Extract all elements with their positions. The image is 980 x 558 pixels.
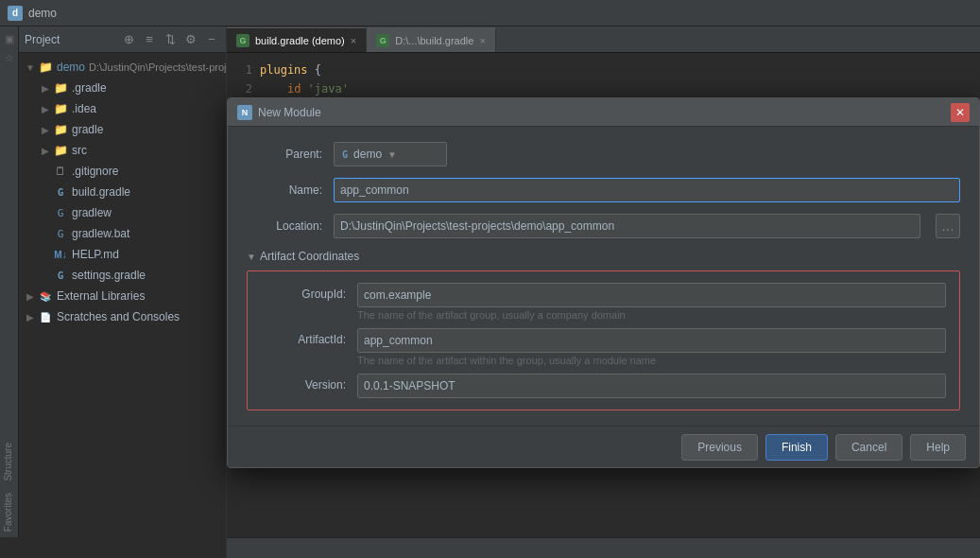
file-icon-gradlew: G	[53, 205, 68, 220]
favorites-label[interactable]: Favorites	[0, 487, 16, 537]
parent-dropdown-wrapper: G demo ▼	[334, 142, 960, 166]
structure-label[interactable]: Structure	[0, 437, 16, 487]
previous-button[interactable]: Previous	[681, 434, 758, 461]
location-input[interactable]	[334, 214, 920, 238]
tree-item-gitignore[interactable]: ▶ 🗒 .gitignore	[19, 161, 226, 182]
dialog-title-icon: N	[237, 105, 252, 120]
tree-label-gradlew-bat: gradlew.bat	[72, 227, 129, 240]
artifact-id-hint: The name of the artifact within the grou…	[357, 355, 946, 366]
tree-arrow-gradle-hidden: ▶	[38, 80, 53, 96]
artifact-id-input[interactable]	[357, 328, 946, 353]
tree-label-settings-gradle: settings.gradle	[72, 269, 146, 282]
project-tree: ▼ 📁 demo D:\JustinQin\Projects\test-proj…	[19, 53, 226, 558]
name-row: Name:	[247, 178, 960, 202]
tree-item-external-libs[interactable]: ▶ 📚 External Libraries	[19, 286, 226, 306]
name-input[interactable]	[334, 178, 960, 202]
tree-arrow-scratches: ▶	[23, 309, 38, 324]
artifact-section-header: ▼ Artifact Coordinates	[247, 250, 960, 263]
group-id-row: GroupId: The name of the artifact group,…	[261, 283, 946, 321]
tree-item-build-gradle[interactable]: ▶ G build.gradle	[19, 182, 226, 202]
bottom-side-labels: Structure Favorites	[0, 437, 16, 537]
tree-item-idea[interactable]: ▶ 📁 .idea	[19, 98, 226, 119]
title-bar: d demo	[0, 0, 980, 26]
dropdown-arrow-icon: ▼	[387, 149, 397, 160]
window-title: demo	[28, 7, 57, 20]
artifact-id-input-wrap: The name of the artifact within the grou…	[357, 328, 946, 366]
tree-label-gitignore: .gitignore	[72, 165, 118, 178]
tree-label-gradle-hidden: .gradle	[72, 81, 107, 95]
artifact-coordinates-box: GroupId: The name of the artifact group,…	[247, 270, 960, 410]
artifact-coordinates-section: ▼ Artifact Coordinates GroupId: The name…	[247, 250, 960, 410]
dialog-titlebar: N New Module ✕	[228, 98, 979, 127]
tree-arrow-src: ▶	[38, 143, 53, 158]
parent-dropdown-icon: G	[342, 149, 348, 160]
parent-row: Parent: G demo ▼	[247, 142, 960, 166]
file-icon-help-md: M↓	[53, 247, 68, 262]
browse-button[interactable]: …	[936, 214, 960, 238]
artifact-section-title: Artifact Coordinates	[260, 250, 359, 263]
tree-label-gradlew: gradlew	[72, 206, 112, 219]
artifact-id-row: ArtifactId: The name of the artifact wit…	[261, 328, 946, 366]
tree-item-src[interactable]: ▶ 📁 src	[19, 140, 226, 161]
tree-item-gradle[interactable]: ▶ 📁 gradle	[19, 119, 226, 140]
folder-icon-gradle: 📁	[53, 122, 68, 137]
cancel-button[interactable]: Cancel	[835, 434, 903, 461]
tree-root-demo[interactable]: ▼ 📁 demo D:\JustinQin\Projects\test-proj…	[19, 57, 226, 78]
tree-path-demo: D:\JustinQin\Projects\test-projects\demo	[89, 61, 226, 73]
tree-arrow-external-libs: ▶	[23, 288, 38, 304]
app-icon: d	[8, 6, 23, 21]
gradle-icon-settings: G	[53, 268, 68, 283]
project-panel: Project ⊕ ≡ ⇅ ⚙ − ▼ 📁 demo D:\JustinQin\…	[19, 26, 227, 558]
parent-label: Parent:	[247, 148, 322, 161]
tree-label-idea: .idea	[72, 102, 96, 115]
version-input[interactable]	[357, 374, 946, 398]
folder-icon-src: 📁	[53, 143, 68, 158]
group-id-input[interactable]	[357, 283, 946, 307]
content-area: G build.gradle (demo) × G D:\...\build.g…	[227, 26, 980, 558]
sort-icon[interactable]: ⇅	[162, 31, 179, 48]
dialog-body: Parent: G demo ▼ Name:	[228, 127, 979, 426]
help-button[interactable]: Help	[910, 434, 966, 461]
tree-item-settings-gradle[interactable]: ▶ G settings.gradle	[19, 265, 226, 286]
globe-icon[interactable]: ⊕	[120, 31, 137, 48]
tree-arrow-gradle: ▶	[38, 122, 53, 137]
project-toolbar: Project ⊕ ≡ ⇅ ⚙ −	[19, 26, 226, 53]
parent-dropdown-value: demo	[353, 148, 382, 161]
tree-item-help-md[interactable]: ▶ M↓ HELP.md	[19, 244, 226, 265]
version-row: Version:	[261, 374, 946, 398]
tree-label-help-md: HELP.md	[72, 248, 119, 261]
tree-arrow-demo: ▼	[23, 60, 38, 75]
folder-icon-gradle-hidden: 📁	[53, 80, 68, 96]
dialog-overlay: N New Module ✕ Parent: G demo ▼	[227, 26, 980, 558]
parent-dropdown[interactable]: G demo ▼	[334, 142, 447, 166]
dialog-title-text: New Module	[258, 106, 951, 119]
tree-item-scratches[interactable]: ▶ 📄 Scratches and Consoles	[19, 306, 226, 327]
version-input-wrap	[357, 374, 946, 398]
tree-label-src: src	[72, 144, 87, 157]
list-icon[interactable]: ≡	[141, 31, 158, 48]
minimize-icon[interactable]: −	[203, 31, 220, 48]
tree-label-scratches: Scratches and Consoles	[57, 310, 180, 323]
tree-item-gradle-hidden[interactable]: ▶ 📁 .gradle	[19, 78, 226, 98]
group-id-label: GroupId:	[261, 283, 346, 301]
folder-icon-idea: 📁	[53, 101, 68, 116]
finish-button[interactable]: Finish	[765, 434, 828, 461]
dialog-close-button[interactable]: ✕	[951, 103, 970, 122]
gradle-icon-build: G	[53, 184, 68, 200]
bookmark-side-icon[interactable]: ☆	[1, 49, 18, 66]
new-module-dialog: N New Module ✕ Parent: G demo ▼	[227, 97, 980, 468]
scratch-icon: 📄	[38, 309, 53, 324]
library-icon: 📚	[38, 288, 53, 304]
location-label: Location:	[247, 219, 322, 233]
tree-item-gradlew-bat[interactable]: ▶ G gradlew.bat	[19, 223, 226, 244]
folder-icon: 📁	[38, 60, 53, 75]
location-row: Location: …	[247, 214, 960, 238]
project-side-icon[interactable]: ▣	[1, 30, 18, 47]
file-icon-gitignore: 🗒	[53, 164, 68, 179]
section-toggle-icon[interactable]: ▼	[247, 252, 256, 262]
dialog-footer: Previous Finish Cancel Help	[228, 426, 979, 467]
tree-label-external-libs: External Libraries	[57, 289, 145, 303]
tree-label-demo: demo	[57, 61, 85, 74]
settings-icon[interactable]: ⚙	[182, 31, 199, 48]
tree-item-gradlew[interactable]: ▶ G gradlew	[19, 202, 226, 223]
